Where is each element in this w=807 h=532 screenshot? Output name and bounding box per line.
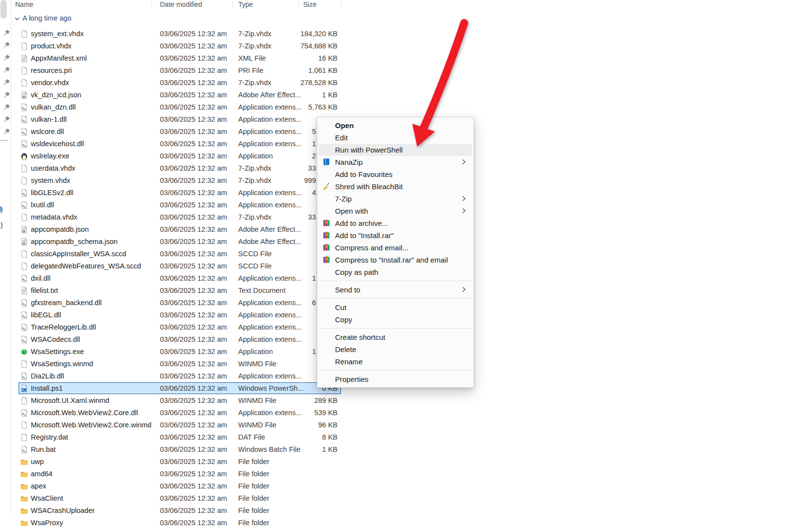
file-row[interactable]: Microsoft.UI.Xaml.winmd03/06/2025 12:32 … — [0, 395, 352, 407]
menu-item-compress-and-email[interactable]: Compress and email... — [319, 242, 472, 254]
file-row[interactable]: wslcore.dll03/06/2025 12:32 amApplicatio… — [0, 126, 352, 138]
file-date: 03/06/2025 12:32 am — [160, 248, 227, 260]
file-date: 03/06/2025 12:32 am — [160, 456, 227, 468]
file-row[interactable]: WsaSettings.exe03/06/2025 12:32 amApplic… — [0, 346, 352, 358]
page-icon — [20, 250, 28, 258]
file-row[interactable]: WsaClient03/06/2025 12:32 amFile folder — [0, 492, 352, 505]
file-date: 03/06/2025 12:32 am — [160, 126, 227, 138]
file-row[interactable]: WSACrashUploader03/06/2025 12:32 amFile … — [0, 505, 352, 517]
file-name: Registry.dat — [31, 431, 68, 443]
file-name: wsldevicehost.dll — [31, 138, 84, 150]
menu-item-copy[interactable]: Copy — [319, 313, 472, 326]
page-gear-icon — [20, 103, 28, 111]
page-gear-icon — [20, 445, 28, 454]
file-row[interactable]: resources.pri03/06/2025 12:32 amPRI File… — [0, 65, 352, 77]
file-row[interactable]: WSACodecs.dll03/06/2025 12:32 amApplicat… — [0, 333, 352, 346]
winrar-icon — [322, 243, 331, 252]
file-row[interactable]: system_ext.vhdx03/06/2025 12:32 am7-Zip.… — [0, 28, 352, 40]
menu-item-open-with[interactable]: Open with — [319, 205, 472, 217]
file-size: 1 — [254, 138, 316, 150]
menu-item-nanazip[interactable]: NanaZip — [319, 156, 472, 168]
file-date: 03/06/2025 12:32 am — [160, 77, 227, 89]
file-row[interactable]: lxutil.dll03/06/2025 12:32 amApplication… — [0, 199, 352, 211]
file-size: 184,320 KB — [254, 28, 337, 40]
menu-item-cut[interactable]: Cut — [319, 301, 472, 313]
menu-item-7-zip[interactable]: 7-Zip — [319, 193, 472, 205]
file-date: 03/06/2025 12:32 am — [160, 517, 227, 529]
file-row[interactable]: uwp03/06/2025 12:32 amFile folder — [0, 456, 352, 468]
file-date: 03/06/2025 12:32 am — [160, 28, 227, 40]
file-row[interactable]: TraceReloggerLib.dll03/06/2025 12:32 amA… — [0, 321, 352, 333]
file-row[interactable]: Run.bat03/06/2025 12:32 amWindows Batch … — [0, 443, 352, 456]
menu-item-create-shortcut[interactable]: Create shortcut — [319, 331, 472, 343]
file-row[interactable]: Microsoft.Web.WebView2.Core.winmd03/06/2… — [0, 419, 352, 431]
file-date: 03/06/2025 12:32 am — [160, 321, 227, 333]
file-row[interactable]: classicAppInstaller_WSA.sccd03/06/2025 1… — [0, 248, 352, 260]
menu-item-properties[interactable]: Properties — [319, 373, 472, 385]
menu-item-copy-as-path[interactable]: Copy as path — [319, 266, 472, 278]
menu-item-send-to[interactable]: Send to — [319, 284, 472, 296]
menu-item-delete[interactable]: Delete — [319, 343, 472, 355]
penguin-icon — [20, 152, 28, 160]
file-row[interactable]: filelist.txt03/06/2025 12:32 amText Docu… — [0, 285, 352, 297]
file-row[interactable]: userdata.vhdx03/06/2025 12:32 am7-Zip.vh… — [0, 162, 352, 175]
file-size: 278,528 KB — [254, 77, 337, 89]
file-row[interactable]: vulkan-1.dll03/06/2025 12:32 amApplicati… — [0, 113, 352, 126]
page-json-icon — [20, 238, 28, 246]
file-name: Microsoft.Web.WebView2.Core.dll — [31, 407, 138, 419]
file-name: WSACrashUploader — [31, 505, 95, 517]
menu-item-compress-to-install-rar-and-email[interactable]: Compress to "Install.rar" and email — [319, 254, 472, 266]
file-row[interactable]: WsaProxy03/06/2025 12:32 amFile folder — [0, 517, 352, 529]
menu-item-rename[interactable]: Rename — [319, 355, 472, 368]
file-name: WsaSettings.exe — [31, 346, 84, 358]
file-size: 754,688 KB — [254, 40, 337, 52]
file-size: 4 — [254, 187, 316, 199]
file-row[interactable]: product.vhdx03/06/2025 12:32 am7-Zip.vhd… — [0, 40, 352, 52]
file-date: 03/06/2025 12:32 am — [160, 138, 227, 150]
file-row[interactable]: wslrelay.exe03/06/2025 12:32 amApplicati… — [0, 150, 352, 162]
file-row[interactable]: Dia2Lib.dll03/06/2025 12:32 amApplicatio… — [0, 370, 352, 382]
file-row[interactable]: libEGL.dll03/06/2025 12:32 amApplication… — [0, 309, 352, 321]
file-type: Text Document — [238, 285, 286, 297]
file-row[interactable]: gfxstream_backend.dll03/06/2025 12:32 am… — [0, 297, 352, 309]
file-row[interactable]: dxil.dll03/06/2025 12:32 amApplication e… — [0, 272, 352, 285]
file-type: Application extens... — [238, 113, 302, 126]
file-row[interactable]: apex03/06/2025 12:32 amFile folder — [0, 480, 352, 492]
menu-item-add-to-install-rar[interactable]: Add to "Install.rar" — [319, 229, 472, 242]
file-row[interactable]: metadata.vhdx03/06/2025 12:32 am7-Zip.vh… — [0, 211, 352, 223]
file-row[interactable]: Registry.dat03/06/2025 12:32 amDAT File8… — [0, 431, 352, 443]
file-row[interactable]: system.vhdx03/06/2025 12:32 am7-Zip.vhdx… — [0, 175, 352, 187]
file-row-selected[interactable]: Install.ps103/06/2025 12:32 amWindows Po… — [0, 382, 352, 395]
menu-item-edit[interactable]: Edit — [319, 132, 472, 144]
file-row[interactable]: appcompatdb.json03/06/2025 12:32 amAdobe… — [0, 223, 352, 236]
menu-item-add-to-favourites[interactable]: Add to Favourites — [319, 168, 472, 180]
file-size: 5,763 KB — [254, 101, 337, 113]
file-name: uwp — [31, 456, 44, 468]
menu-item-label: Add to "Install.rar" — [335, 231, 394, 240]
file-date: 03/06/2025 12:32 am — [160, 285, 227, 297]
file-row[interactable]: WsaSettings.winmd03/06/2025 12:32 amWINM… — [0, 358, 352, 370]
file-type: WINMD File — [238, 358, 276, 370]
file-row[interactable]: AppxManifest.xml03/06/2025 12:32 amXML F… — [0, 52, 352, 65]
menu-item-shred-with-bleachbit[interactable]: Shred with BleachBit — [319, 180, 472, 193]
file-row[interactable]: vendor.vhdx03/06/2025 12:32 am7-Zip.vhdx… — [0, 77, 352, 89]
menu-item-open[interactable]: Open — [319, 119, 472, 132]
file-name: Microsoft.Web.WebView2.Core.winmd — [31, 419, 152, 431]
file-row[interactable]: vulkan_dzn.dll03/06/2025 12:32 amApplica… — [0, 101, 352, 113]
menu-item-add-to-archive[interactable]: Add to archive... — [319, 217, 472, 229]
menu-item-label: Add to archive... — [335, 219, 388, 227]
file-row[interactable]: delegatedWebFeatures_WSA.sccd03/06/2025 … — [0, 260, 352, 272]
file-row[interactable]: wsldevicehost.dll03/06/2025 12:32 amAppl… — [0, 138, 352, 150]
menu-item-run-with-powershell[interactable]: Run with PowerShell — [319, 144, 472, 156]
file-name: appcompatdb_schema.json — [31, 236, 117, 248]
file-row[interactable]: Microsoft.Web.WebView2.Core.dll03/06/202… — [0, 407, 352, 419]
file-row[interactable]: amd6403/06/2025 12:32 amFile folder — [0, 468, 352, 480]
file-row[interactable]: libGLESv2.dll03/06/2025 12:32 amApplicat… — [0, 187, 352, 199]
file-date: 03/06/2025 12:32 am — [160, 223, 227, 236]
page-gear-icon — [20, 274, 28, 283]
file-date: 03/06/2025 12:32 am — [160, 199, 227, 211]
file-size: 2 — [254, 150, 316, 162]
menu-item-label: Edit — [335, 133, 348, 142]
file-row[interactable]: appcompatdb_schema.json03/06/2025 12:32 … — [0, 236, 352, 248]
file-row[interactable]: vk_dzn_icd.json03/06/2025 12:32 amAdobe … — [0, 89, 352, 101]
